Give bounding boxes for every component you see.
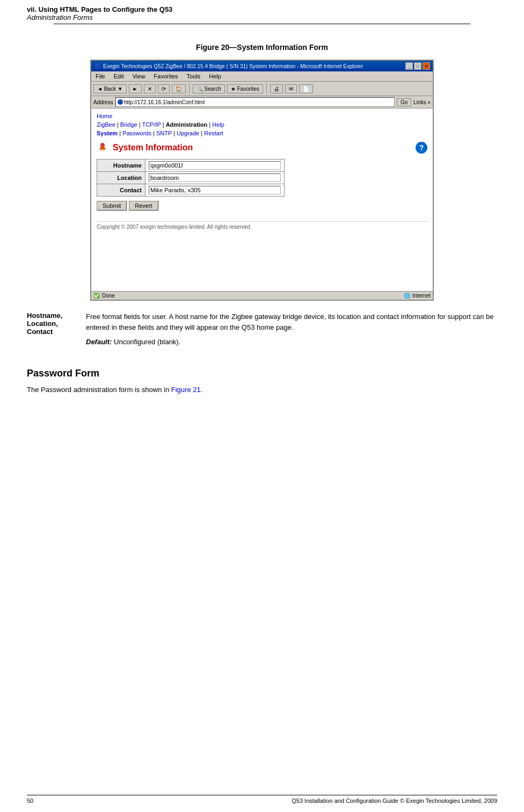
browser-statusbar: ✅ Done 🌐 Internet <box>91 291 433 300</box>
help-icon[interactable]: ? <box>416 142 427 154</box>
table-row-hostname: Hostname <box>97 160 285 172</box>
menu-help[interactable]: Help <box>207 73 223 80</box>
password-form-body: The Password administration form is show… <box>27 385 497 395</box>
forward-button[interactable]: ► <box>129 84 142 93</box>
table-row-location: Location <box>97 172 285 184</box>
location-label: Location <box>97 172 145 184</box>
go-button[interactable]: Go <box>397 98 411 106</box>
menu-favorites[interactable]: Favorites <box>151 73 180 80</box>
menu-file[interactable]: File <box>93 73 107 80</box>
mail-button[interactable]: ✉ <box>285 84 297 93</box>
address-input[interactable]: http://172.16.16.1/adminConf.html <box>115 97 395 107</box>
nav-passwords-link[interactable]: Passwords <box>122 130 151 136</box>
location-input[interactable] <box>149 173 281 182</box>
browser-titlebar-buttons[interactable]: _ □ ✕ <box>405 62 430 70</box>
contact-input[interactable] <box>149 186 281 194</box>
statusbar-right: 🌐 Internet <box>404 293 431 299</box>
default-text: Default: Unconfigured (blank). <box>86 337 497 347</box>
password-form-text-post: . <box>201 386 203 394</box>
sysinfo-header: System Information ? <box>97 142 427 154</box>
nav-restart-link[interactable]: Restart <box>204 130 223 136</box>
sysinfo-title-text: System Information <box>113 143 193 153</box>
form-buttons: Submit Revert <box>97 201 427 211</box>
password-form-text-pre: The Password administration form is show… <box>27 386 171 394</box>
stop-button[interactable]: ✕ <box>144 84 156 93</box>
submit-button[interactable]: Submit <box>97 201 127 211</box>
phoenix-icon-svg <box>97 140 108 155</box>
term-line3: Contact <box>27 328 75 336</box>
content-nav-main: ZigBee | Bridge | TCP/IP | Administratio… <box>97 121 427 128</box>
browser-menubar: File Edit View Favorites Tools Help <box>91 71 433 82</box>
hostname-input[interactable] <box>149 161 281 170</box>
footer-copyright: Q53 Installation and Configuration Guide… <box>292 798 497 804</box>
figure-21-link[interactable]: Figure 21 <box>171 386 201 394</box>
hostname-label: Hostname <box>97 160 145 172</box>
default-label: Default: <box>86 338 112 346</box>
edit-button[interactable]: 📄 <box>299 84 313 93</box>
content-nav-sub: System | Passwords | SNTP | Upgrade | Re… <box>97 130 427 136</box>
browser-titlebar: Exegin Technologies Q52 ZigBee / 802.15.… <box>91 61 433 71</box>
address-url-text: http://172.16.16.1/adminConf.html <box>124 99 205 105</box>
print-button[interactable]: 🖨 <box>270 84 283 93</box>
home-button[interactable]: 🏠 <box>172 84 186 93</box>
statusbar-internet-text: Internet <box>412 293 431 299</box>
nav-sntp-link[interactable]: SNTP <box>156 130 172 136</box>
maximize-button[interactable]: □ <box>414 62 421 70</box>
nav-home-link[interactable]: Home <box>97 113 112 119</box>
nav-tcpip-link[interactable]: TCP/IP <box>142 121 161 128</box>
contact-value-cell <box>145 184 285 197</box>
hostname-value-cell <box>145 160 285 172</box>
revert-button[interactable]: Revert <box>129 201 158 211</box>
default-value: Unconfigured (blank). <box>114 338 180 346</box>
nav-help-link[interactable]: Help <box>212 121 224 128</box>
nav-upgrade-link[interactable]: Upgrade <box>177 130 199 136</box>
ie-logo-icon <box>94 62 101 70</box>
form-table: Hostname Location Contact <box>97 159 285 197</box>
minimize-button[interactable]: _ <box>405 62 413 70</box>
menu-edit[interactable]: Edit <box>112 73 126 80</box>
sysinfo-title-area: System Information <box>97 142 193 154</box>
links-text[interactable]: Links » <box>413 99 431 105</box>
close-button[interactable]: ✕ <box>423 62 430 70</box>
desc-term: Hostname, Location, Contact <box>27 311 75 352</box>
menu-view[interactable]: View <box>130 73 148 80</box>
internet-globe-icon: 🌐 <box>404 293 410 299</box>
header-section: vii. Using HTML Pages to Configure the Q… <box>0 0 524 24</box>
contact-label: Contact <box>97 184 145 197</box>
term-line2: Location, <box>27 320 75 328</box>
location-value-cell <box>145 172 285 184</box>
main-content: Figure 20—System Information Form Exegin… <box>0 24 524 411</box>
search-button[interactable]: 🔍 Search <box>193 84 225 93</box>
content-nav-home: Home <box>97 113 427 119</box>
back-button[interactable]: ◄ Back ▼ <box>93 84 127 93</box>
browser-window: Exegin Technologies Q52 ZigBee / 802.15.… <box>90 60 434 301</box>
figure-title: Figure 20—System Information Form <box>27 43 497 52</box>
statusbar-left: ✅ Done <box>93 293 115 299</box>
term-line1: Hostname, <box>27 311 75 320</box>
desc-text: Free format fields for user. A host name… <box>86 311 497 332</box>
table-row-contact: Contact <box>97 184 285 197</box>
refresh-button[interactable]: ⟳ <box>158 84 170 93</box>
desc-body: Free format fields for user. A host name… <box>86 311 497 352</box>
page-container: vii. Using HTML Pages to Configure the Q… <box>0 0 524 812</box>
favorites-button[interactable]: ★ Favorites <box>227 84 263 93</box>
toolbar-separator <box>189 83 190 94</box>
footer-page-number: 50 <box>27 798 33 804</box>
status-done-icon: ✅ <box>93 293 100 299</box>
nav-bridge-link[interactable]: Bridge <box>120 121 137 128</box>
browser-title-text: Exegin Technologies Q52 ZigBee / 802.15.… <box>103 63 405 69</box>
browser-addressbar: Address http://172.16.16.1/adminConf.htm… <box>91 96 433 108</box>
statusbar-done-text: Done <box>102 293 115 299</box>
nav-administration-text: Administration <box>166 121 208 128</box>
address-ie-icon <box>118 99 123 105</box>
nav-zigbee-link[interactable]: ZigBee <box>97 121 115 128</box>
browser-toolbar: ◄ Back ▼ ► ✕ ⟳ 🏠 🔍 Search ★ Favorites 🖨 … <box>91 82 433 96</box>
menu-tools[interactable]: Tools <box>185 73 203 80</box>
toolbar-separator-2 <box>266 83 267 94</box>
section-subtitle: Administration Forms <box>27 13 497 21</box>
chapter-title: vii. Using HTML Pages to Configure the Q… <box>27 5 497 13</box>
nav-system-link[interactable]: System <box>97 130 118 136</box>
address-label: Address <box>93 99 113 105</box>
password-form-heading: Password Form <box>27 368 497 379</box>
exegin-logo-icon <box>97 142 108 154</box>
